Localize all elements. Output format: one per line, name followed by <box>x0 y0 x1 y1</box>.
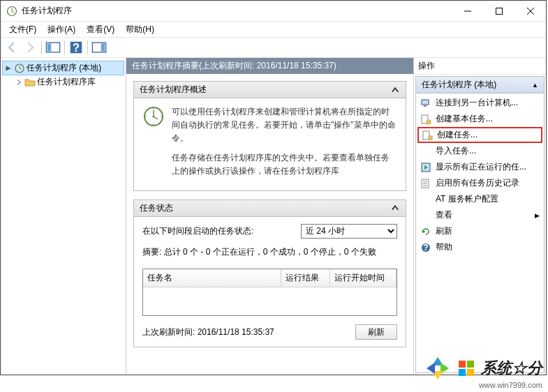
action-create-task[interactable]: 创建任务... <box>417 127 542 143</box>
action-create-basic-task[interactable]: 创建基本任务... <box>416 111 544 127</box>
action-label: 创建基本任务... <box>436 113 493 125</box>
action-label: 查看 <box>436 209 452 221</box>
summary-header: 任务计划程序摘要(上次刷新时间: 2016/11/18 15:35:37) <box>126 58 413 74</box>
svg-text:?: ? <box>73 41 80 54</box>
svg-line-2 <box>12 11 14 13</box>
action-label: 刷新 <box>436 225 452 237</box>
center-pane: 任务计划程序摘要(上次刷新时间: 2016/11/18 15:35:37) 任务… <box>126 58 413 375</box>
refresh-button[interactable]: 刷新 <box>355 324 397 340</box>
back-button[interactable] <box>3 39 20 56</box>
action-at-service[interactable]: AT 服务帐户配置 <box>416 191 544 207</box>
action-show-running[interactable]: 显示所有正在运行的任... <box>416 159 544 175</box>
chevron-right-icon: ▶ <box>535 212 540 219</box>
task-icon <box>422 130 433 141</box>
app-icon <box>6 6 17 17</box>
task-basic-icon <box>420 114 431 125</box>
refresh-icon <box>420 226 431 237</box>
menu-action[interactable]: 操作(A) <box>42 22 81 37</box>
status-section-header[interactable]: 任务状态 <box>134 200 406 217</box>
svg-rect-24 <box>422 100 429 105</box>
menubar: 文件(F) 操作(A) 查看(V) 帮助(H) <box>1 22 546 37</box>
action-label: 帮助 <box>436 241 452 253</box>
actions-group-header[interactable]: 任务计划程序 (本地) ▲ <box>416 77 544 93</box>
chevron-up-icon[interactable] <box>390 85 400 95</box>
tree-node-library[interactable]: 任务计划程序库 <box>13 75 124 89</box>
summary-header-time: 2016/11/18 15:35:37) <box>257 61 336 70</box>
toolbar: ? <box>1 37 546 58</box>
at-service-icon <box>420 194 431 205</box>
svg-rect-25 <box>424 105 427 107</box>
actions-pane: 操作 任务计划程序 (本地) ▲ 连接到另一台计算机... 创建基本任务... <box>413 58 546 375</box>
computer-icon <box>420 98 431 109</box>
action-label: 导入任务... <box>436 145 476 157</box>
svg-rect-4 <box>496 8 502 14</box>
running-icon <box>420 162 431 173</box>
overview-paragraph-1: 可以使用任务计划程序来创建和管理计算机将在所指定的时间自动执行的常见任务。若要开… <box>172 105 397 146</box>
svg-line-19 <box>154 116 158 119</box>
svg-point-27 <box>427 120 431 124</box>
show-hide-action-pane-button[interactable] <box>91 39 108 56</box>
toolbar-separator <box>87 40 88 54</box>
svg-rect-8 <box>47 44 52 52</box>
action-import-task[interactable]: 导入任务... <box>416 143 544 159</box>
maximize-button[interactable] <box>483 1 514 21</box>
svg-line-15 <box>20 68 22 70</box>
status-section: 任务状态 在以下时间段启动的任务状态: 近 24 小时 摘要: 总计 0 个 -… <box>133 199 406 347</box>
show-hide-console-tree-button[interactable] <box>45 39 61 56</box>
actions-group-label: 任务计划程序 (本地) <box>422 79 496 91</box>
status-period-label: 在以下时间段启动的任务状态: <box>142 225 253 238</box>
table-col-taskname[interactable]: 任务名 <box>143 269 281 287</box>
menu-view[interactable]: 查看(V) <box>81 22 120 37</box>
action-label: AT 服务帐户配置 <box>436 193 498 205</box>
overview-paragraph-2: 任务存储在任务计划程序库的文件夹中。若要查看单独任务上的操作或执行该操作，请在任… <box>172 151 397 178</box>
main-body: 任务计划程序 (本地) 任务计划程序库 任务计划程序摘要(上次刷新时间: 201… <box>1 58 546 375</box>
minimize-button[interactable] <box>452 1 483 21</box>
svg-text:?: ? <box>423 243 428 252</box>
toolbar-separator <box>64 40 65 54</box>
task-table[interactable]: 任务名 运行结果 运行开始时间 <box>142 269 397 316</box>
action-label: 启用所有任务历史记录 <box>436 177 519 189</box>
actions-pane-title: 操作 <box>414 58 546 75</box>
chevron-up-icon[interactable]: ▲ <box>532 82 538 89</box>
last-refresh-label: 上次刷新时间: 2016/11/18 15:35:37 <box>142 326 355 339</box>
action-label: 显示所有正在运行的任... <box>436 161 526 173</box>
action-connect-computer[interactable]: 连接到另一台计算机... <box>416 95 544 111</box>
table-col-result[interactable]: 运行结果 <box>281 269 330 287</box>
status-summary-text: 摘要: 总计 0 个 - 0 个正在运行，0 个成功，0 个停止，0 个失败 <box>142 246 397 259</box>
menu-help[interactable]: 帮助(H) <box>120 22 160 37</box>
action-view[interactable]: 查看 ▶ <box>416 207 544 223</box>
close-button[interactable] <box>514 1 546 21</box>
overview-title: 任务计划程序概述 <box>140 84 390 96</box>
chevron-up-icon[interactable] <box>390 203 400 213</box>
help-icon: ? <box>420 242 431 253</box>
tree-root-label: 任务计划程序 (本地) <box>27 62 101 74</box>
svg-point-23 <box>145 116 147 117</box>
overview-section: 任务计划程序概述 可以使用任务计划程序来创建和管理计算机将在所指定的时间自动执行… <box>133 81 406 191</box>
expand-icon[interactable] <box>15 78 23 86</box>
action-enable-history[interactable]: 启用所有任务历史记录 <box>416 175 544 191</box>
collapse-icon[interactable] <box>4 64 13 73</box>
svg-point-21 <box>161 116 162 117</box>
toolbar-separator <box>41 40 42 54</box>
summary-header-label: 任务计划程序摘要(上次刷新时间: <box>132 61 254 70</box>
import-icon <box>420 146 431 157</box>
view-icon <box>420 210 431 221</box>
svg-point-22 <box>153 123 154 125</box>
status-period-select[interactable]: 近 24 小时 <box>301 224 397 239</box>
menu-file[interactable]: 文件(F) <box>3 22 42 37</box>
table-col-starttime[interactable]: 运行开始时间 <box>330 269 397 287</box>
history-icon <box>420 178 431 189</box>
action-help[interactable]: ? 帮助 <box>416 239 544 255</box>
overview-section-header[interactable]: 任务计划程序概述 <box>134 82 406 98</box>
help-button[interactable]: ? <box>68 39 84 56</box>
window-title: 任务计划程序 <box>22 5 452 17</box>
task-scheduler-window: 任务计划程序 文件(F) 操作(A) 查看(V) 帮助(H) ? 任务计划程序 <box>0 0 547 375</box>
clock-icon <box>14 63 25 74</box>
watermark-url: www.win7999.com <box>479 381 542 389</box>
action-refresh[interactable]: 刷新 <box>416 223 544 239</box>
svg-rect-12 <box>101 44 105 52</box>
tree-node-root[interactable]: 任务计划程序 (本地) <box>2 61 124 75</box>
console-tree[interactable]: 任务计划程序 (本地) 任务计划程序库 <box>1 58 126 375</box>
folder-icon <box>24 77 36 88</box>
forward-button[interactable] <box>22 39 38 56</box>
